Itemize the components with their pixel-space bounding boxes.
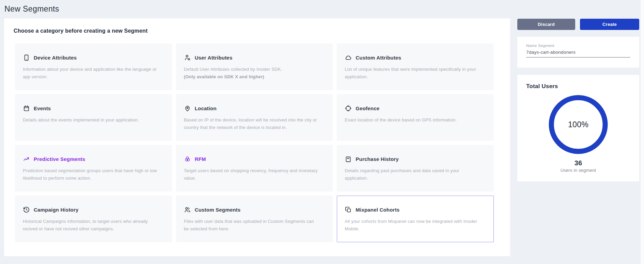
category-description: Exact location of the device based on GP… [345, 116, 483, 124]
category-title: Custom Segments [195, 207, 241, 213]
category-card-custom-attributes[interactable]: Custom Attributes List of unique feature… [337, 44, 494, 90]
cohorts-icon [345, 206, 352, 213]
category-card-geofence[interactable]: Geofence Exact location of the device ba… [337, 94, 494, 141]
category-description: Details about the events implemented in … [23, 116, 161, 124]
donut-percent-label: 100% [548, 95, 608, 154]
category-description: All your cohorts from Mixpanel can now b… [345, 218, 483, 233]
cloud-icon [345, 54, 352, 61]
name-segment-label: Name Segment [526, 44, 630, 48]
name-segment-card: Name Segment [517, 37, 639, 68]
venn-icon [184, 155, 191, 163]
category-card-campaign-history[interactable]: Campaign History Historical Campaigns in… [15, 196, 172, 242]
category-card-purchase-history[interactable]: Purchase History Details regarding past … [337, 145, 494, 192]
category-card-custom-segments[interactable]: Custom Segments Files with user data tha… [176, 196, 333, 242]
panel-heading: Choose a category before creating a new … [14, 28, 501, 34]
name-segment-input[interactable] [526, 50, 630, 57]
category-description: Details regarding past purchases and dat… [345, 167, 483, 182]
user-icon [184, 54, 191, 61]
category-title: User Attributes [195, 55, 233, 61]
scrollbar-track[interactable] [641, 0, 644, 264]
category-description: Target users based on shopping recency, … [184, 167, 323, 182]
category-description: Files with user data that was uploaded i… [184, 218, 323, 233]
category-card-location[interactable]: Location Based on IP of the device, loca… [176, 94, 333, 141]
category-description: Prediction based segmentation groups use… [23, 167, 161, 182]
category-description-note: (Only available on SDK X and higher) [184, 73, 323, 81]
pin-icon [184, 105, 191, 112]
users-caption: Users in segment [526, 168, 630, 173]
category-title: Device Attributes [34, 55, 77, 61]
category-description: Information about your device and applic… [23, 66, 161, 81]
create-button[interactable]: Create [580, 19, 639, 30]
page-header: New Segments [0, 0, 644, 18]
users-count: 36 [526, 159, 630, 167]
side-panel: Discard Create Name Segment Total Users … [517, 18, 639, 181]
discard-button[interactable]: Discard [517, 19, 575, 30]
content: Choose a category before creating a new … [0, 18, 644, 256]
category-description: List of unique features that were implem… [345, 66, 483, 81]
category-title: Geofence [356, 105, 379, 111]
category-title: Campaign History [34, 207, 79, 213]
category-title: Location [195, 105, 217, 111]
users-donut-chart: 100% [548, 95, 608, 154]
device-icon [23, 54, 30, 61]
category-title: Mixpanel Cohorts [356, 207, 399, 213]
category-title: RFM [195, 156, 206, 162]
bag-icon [345, 155, 352, 163]
calendar-icon [23, 105, 30, 112]
category-card-grid: Device Attributes Information about your… [15, 44, 494, 242]
category-description: Default User Attributes collected by Ins… [184, 66, 323, 73]
category-description: Based on IP of the device, location will… [184, 116, 323, 131]
category-title: Events [34, 105, 51, 111]
category-card-rfm[interactable]: RFM Target users based on shopping recen… [176, 145, 333, 192]
category-title: Custom Attributes [356, 55, 401, 61]
category-card-device-attributes[interactable]: Device Attributes Information about your… [15, 44, 172, 90]
trend-up-icon [23, 155, 30, 163]
category-card-predictive-segments[interactable]: Predictive Segments Prediction based seg… [15, 145, 172, 192]
history-icon [23, 206, 30, 213]
category-card-events[interactable]: Events Details about the events implemen… [15, 94, 172, 141]
category-card-mixpanel-cohorts[interactable]: Mixpanel Cohorts All your cohorts from M… [337, 196, 494, 242]
total-users-card: Total Users 100% 36 Users in segment [517, 75, 639, 181]
total-users-heading: Total Users [526, 83, 630, 90]
geofence-icon [345, 105, 352, 112]
action-buttons: Discard Create [517, 19, 639, 30]
segment-category-panel: Choose a category before creating a new … [4, 18, 510, 256]
users-icon [184, 206, 191, 213]
page-title: New Segments [4, 4, 644, 14]
category-description: Historical Campaigns information, to tar… [23, 218, 161, 233]
category-title: Purchase History [356, 156, 399, 162]
category-card-user-attributes[interactable]: User Attributes Default User Attributes … [176, 44, 333, 90]
category-title: Predictive Segments [34, 156, 85, 162]
